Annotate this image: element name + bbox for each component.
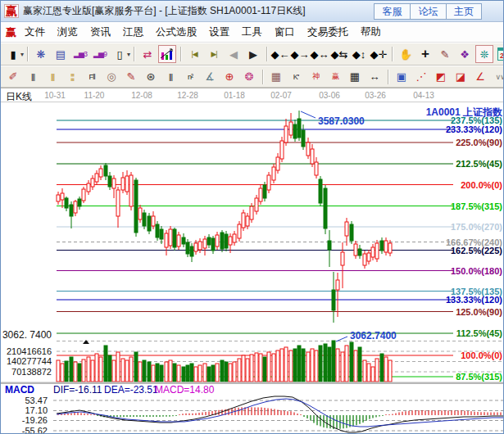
candle-body xyxy=(336,280,339,290)
minute3-chart-icon[interactable]: ▂▅3 xyxy=(71,45,89,63)
price-chart-pane[interactable]: 日K线10-3111-2012-0812-2801-1802-0703-0603… xyxy=(1,88,504,382)
menu-file[interactable]: 文件 xyxy=(25,25,45,39)
grid-box-icon[interactable]: ▦ xyxy=(267,68,285,86)
gann-wheel-icon[interactable]: ⊛ xyxy=(142,68,160,86)
expand-horizontal-icon[interactable]: ◆↔ xyxy=(311,45,329,63)
volume-bar xyxy=(190,364,193,382)
candle-body xyxy=(371,247,375,257)
brush-tool-icon[interactable]: ✎ xyxy=(122,68,140,86)
crosshair-icon[interactable]: + xyxy=(416,45,434,63)
candle-body xyxy=(354,244,357,255)
candle-period-icon[interactable]: ▯ xyxy=(111,45,129,63)
expand-vertical-icon[interactable]: ◆↕ xyxy=(350,45,368,63)
date-tick-label: 10-31 xyxy=(44,91,66,100)
menu-gann[interactable]: 江恩 xyxy=(123,25,143,39)
title-bar: 赢 赢家江恩专业版[赢家服务平台] - [上证指数 SH1A0001-117日K… xyxy=(1,1,504,22)
candle-body xyxy=(87,183,90,192)
prev-page-icon[interactable]: ◀ xyxy=(225,45,243,63)
macd-pane[interactable]: 53.4717.10-19.26-55.62MACDDIF=-16.11DEA=… xyxy=(1,382,504,434)
ying-gann-icon[interactable]: 赢 xyxy=(326,68,344,86)
macd-title: MACD xyxy=(5,384,34,396)
volume-bar xyxy=(207,367,211,382)
shen-gann-icon[interactable]: 神 xyxy=(306,68,325,86)
golden-section-icon[interactable]: ¦¦¦ xyxy=(63,68,81,86)
gann-lines-icon[interactable]: ||| xyxy=(24,68,42,86)
fibonacci-icon[interactable]: F‖ xyxy=(83,68,101,86)
n-square-icon[interactable]: n² xyxy=(181,68,199,86)
bar-width-icon[interactable]: ↔ xyxy=(366,68,384,86)
candle-body xyxy=(61,193,64,200)
volume-bar xyxy=(263,357,266,382)
menu-formula-picker[interactable]: 公式选股 xyxy=(156,25,197,39)
candle-body xyxy=(302,130,305,147)
eraser-tool-icon[interactable]: ✐ xyxy=(4,68,22,86)
draw-line-icon[interactable]: ✎ xyxy=(436,45,454,63)
price-chart[interactable]: 日K线10-3111-2012-0812-2801-1802-0703-0603… xyxy=(1,88,504,383)
wave-pattern-icon[interactable]: ❊ xyxy=(475,45,493,63)
gann-square-icon[interactable]: ❖ xyxy=(456,45,474,63)
fan-box-icon[interactable]: ◩ xyxy=(432,68,450,86)
gann-level-label: 175.0%(270) xyxy=(451,222,502,232)
support-button[interactable]: 客服 xyxy=(374,3,410,20)
compass-rose-icon[interactable]: ❂ xyxy=(240,68,258,86)
angle-tool-icon[interactable]: ∡ xyxy=(201,68,219,86)
menu-trade[interactable]: 交易委托 xyxy=(307,25,348,39)
volume-bar xyxy=(99,357,102,382)
dense-grid-icon[interactable]: ▦ xyxy=(346,68,364,86)
gann-fan-icon[interactable]: ⋰ xyxy=(412,68,430,86)
menu-settings[interactable]: 设置 xyxy=(209,25,229,39)
indicator-window-icon[interactable]: ❋ xyxy=(32,45,50,63)
volume-bar xyxy=(229,364,232,382)
minute9-chart-icon[interactable]: ▂▅9 xyxy=(91,45,109,63)
f10-info-icon[interactable]: ▤ xyxy=(52,45,70,63)
volume-bar xyxy=(169,360,172,382)
candle-body xyxy=(324,188,327,228)
next-page-icon[interactable]: ▶ xyxy=(244,45,262,63)
percent-lines-icon[interactable]: ||| xyxy=(161,68,179,86)
toolbar-separator xyxy=(266,47,267,61)
color-kline-icon[interactable] xyxy=(158,45,176,63)
forum-button[interactable]: 论坛 xyxy=(410,3,446,20)
quote-table-icon[interactable]: ▣ xyxy=(393,68,411,86)
candle-body xyxy=(95,174,98,182)
candle-body xyxy=(319,179,322,203)
zigzag-icon[interactable]: ∨∨ xyxy=(491,68,504,86)
pan-hand-icon[interactable]: ✋ xyxy=(397,45,415,63)
spiral-icon[interactable]: ◎ xyxy=(102,68,120,86)
expand-all-icon[interactable]: ◆✛ xyxy=(370,45,388,63)
volume-bar xyxy=(284,347,288,382)
menu-browse[interactable]: 浏览 xyxy=(57,25,78,39)
volume-bar xyxy=(160,365,163,382)
kline-mark-icon[interactable]: K'' xyxy=(287,68,305,86)
menu-help[interactable]: 帮助 xyxy=(361,25,381,39)
volume-bar xyxy=(311,349,314,382)
kline-style-icon[interactable]: ▮ xyxy=(4,45,22,63)
first-page-icon[interactable]: |◀ xyxy=(185,45,203,63)
dea-line xyxy=(57,399,503,427)
volume-bar xyxy=(388,360,392,382)
fan-box-alt-icon[interactable]: ◪ xyxy=(452,68,470,86)
volume-bar xyxy=(233,362,236,382)
zoom-right-icon[interactable]: ◆→ xyxy=(291,45,309,63)
macd-chart[interactable]: 53.4717.10-19.26-55.62MACDDIF=-16.11DEA=… xyxy=(1,384,504,434)
menu-window[interactable]: 窗口 xyxy=(275,25,295,39)
candle-body xyxy=(182,237,185,244)
toolbar-separator xyxy=(392,47,393,61)
menu-news[interactable]: 资讯 xyxy=(90,25,111,39)
candle-body xyxy=(116,190,120,216)
volume-bar xyxy=(345,346,348,382)
angle-fan-icon[interactable]: ∠ xyxy=(471,68,489,86)
zoom-left-icon[interactable]: ◆← xyxy=(271,45,289,63)
calendar-icon[interactable]: 21 xyxy=(495,45,504,63)
menu-tools[interactable]: 工具 xyxy=(242,25,262,39)
home-button[interactable]: 主页 xyxy=(446,3,482,20)
gann-target-icon[interactable]: ⊕ xyxy=(220,68,238,86)
candle-body xyxy=(233,234,236,242)
volume-bar xyxy=(91,360,94,382)
volume-bar xyxy=(384,357,388,382)
compress-horizontal-icon[interactable]: ◆⇆ xyxy=(330,45,348,63)
dynamic-quote-icon[interactable]: ⇄ xyxy=(138,45,157,63)
golden-ratio-icon[interactable]: ||| xyxy=(43,68,61,86)
last-page-icon[interactable]: ▶| xyxy=(205,45,223,63)
low-price-annotation: 3062.7400 xyxy=(350,330,397,341)
